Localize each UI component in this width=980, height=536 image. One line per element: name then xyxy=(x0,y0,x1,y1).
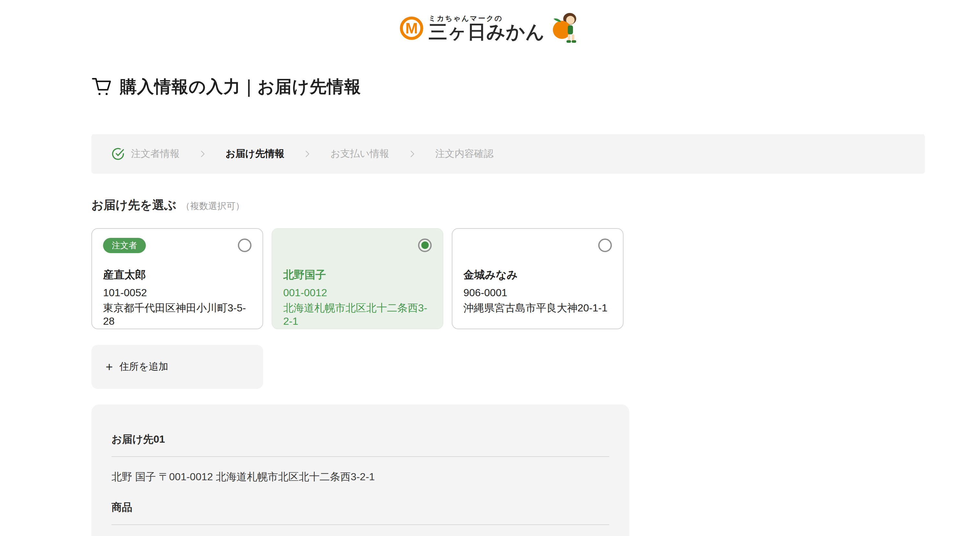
address-card-list: 注文者 産直太郎 101-0052 東京都千代田区神田小川町3-5-28 北野国… xyxy=(91,228,980,329)
mascot-mika-chan-icon xyxy=(550,12,580,44)
page-title-row: 購入情報の入力｜お届け先情報 xyxy=(91,64,980,110)
check-circle-icon xyxy=(111,147,125,161)
radio-button[interactable] xyxy=(238,239,251,252)
step-payment-info: お支払い情報 xyxy=(330,147,389,161)
brand-text: ミカちゃんマークの 三ヶ日みかん xyxy=(428,14,545,42)
address-select-heading: お届け先を選ぶ （複数選択可） xyxy=(91,197,980,213)
brand-monogram-icon: M xyxy=(400,16,423,40)
step-label: お届け先情報 xyxy=(226,147,284,161)
chevron-right-icon xyxy=(302,149,312,159)
step-orderer-info[interactable]: 注文者情報 xyxy=(111,147,180,161)
card-header: 注文者 xyxy=(103,238,251,255)
header: M ミカちゃんマークの 三ヶ日みかん xyxy=(0,0,980,44)
postal-code: 101-0052 xyxy=(103,287,251,299)
page-title: 購入情報の入力｜お届け先情報 xyxy=(120,75,361,98)
step-label: お支払い情報 xyxy=(330,147,389,161)
chevron-right-icon xyxy=(198,149,207,159)
address-line: 沖縄県宮古島市平良大神20-1-1 xyxy=(463,301,612,315)
address-card-kitano[interactable]: 北野国子 001-0012 北海道札幌市北区北十二条西3-2-1 xyxy=(272,228,443,329)
delivery-panel: お届け先01 北野 国子 〒001-0012 北海道札幌市北区北十二条西3-2-… xyxy=(91,404,629,536)
recipient-name: 産直太郎 xyxy=(103,268,251,282)
add-address-button[interactable]: + 住所を追加 xyxy=(91,345,263,389)
step-shipping-info: お届け先情報 xyxy=(226,147,284,161)
step-label: 注文者情報 xyxy=(131,147,180,161)
card-header xyxy=(463,238,612,255)
brand-name: 三ヶ日みかん xyxy=(428,22,545,42)
recipient-summary: 北野 国子 〒001-0012 北海道札幌市北区北十二条西3-2-1 xyxy=(111,470,609,484)
brand-logo: M ミカちゃんマークの 三ヶ日みかん xyxy=(400,12,580,44)
address-card-kinjo[interactable]: 金城みなみ 906-0001 沖縄県宮古島市平良大神20-1-1 xyxy=(452,228,624,329)
orderer-badge: 注文者 xyxy=(103,238,146,253)
section-note: （複数選択可） xyxy=(181,200,244,212)
section-heading: お届け先を選ぶ xyxy=(91,197,176,213)
recipient-name: 北野国子 xyxy=(283,268,432,282)
cart-icon xyxy=(91,77,113,97)
delivery-heading: お届け先01 xyxy=(111,432,609,447)
address-card-orderer[interactable]: 注文者 産直太郎 101-0052 東京都千代田区神田小川町3-5-28 xyxy=(91,228,263,329)
add-address-label: 住所を追加 xyxy=(119,360,168,373)
plus-icon: + xyxy=(106,361,113,373)
chevron-right-icon xyxy=(407,149,417,159)
divider xyxy=(111,456,609,457)
radio-button[interactable] xyxy=(598,239,612,252)
address-line: 北海道札幌市北区北十二条西3-2-1 xyxy=(283,301,432,328)
step-order-confirm: 注文内容確認 xyxy=(435,147,493,161)
progress-steps: 注文者情報 お届け先情報 お支払い情報 注文内容確認 xyxy=(91,134,925,174)
postal-code: 001-0012 xyxy=(283,287,432,299)
postal-code: 906-0001 xyxy=(463,287,612,299)
card-header xyxy=(283,238,432,255)
address-line: 東京都千代田区神田小川町3-5-28 xyxy=(103,301,251,328)
recipient-name: 金城みなみ xyxy=(463,268,612,282)
radio-button-selected[interactable] xyxy=(418,239,432,252)
step-label: 注文内容確認 xyxy=(435,147,493,161)
divider xyxy=(111,524,609,525)
product-section-heading: 商品 xyxy=(111,500,609,515)
